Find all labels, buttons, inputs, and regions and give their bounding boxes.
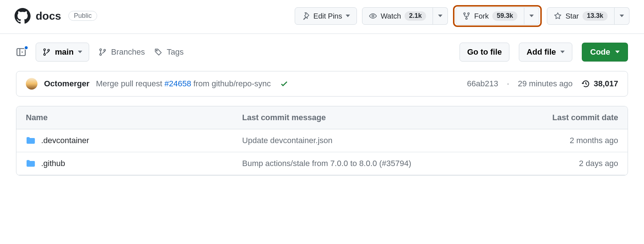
col-date: Last commit date <box>502 113 618 122</box>
history-icon <box>581 79 590 88</box>
svg-point-11 <box>156 50 158 51</box>
side-panel-toggle[interactable] <box>16 47 26 57</box>
edit-pins-group: Edit Pins <box>295 7 357 25</box>
code-toolbar: main Branches Tags Go to file Add file C… <box>16 43 628 62</box>
tags-link[interactable]: Tags <box>154 47 183 57</box>
chevron-down-icon <box>438 15 442 17</box>
fork-highlight: Fork 59.3k <box>453 5 542 27</box>
avatar[interactable] <box>26 78 37 90</box>
edit-pins-button[interactable]: Edit Pins <box>295 7 357 25</box>
chevron-down-icon <box>78 51 82 53</box>
separator: · <box>507 79 509 88</box>
file-date: 2 months ago <box>502 136 618 145</box>
branch-selector[interactable]: main <box>36 43 89 62</box>
file-name-link[interactable]: .devcontainer <box>41 136 89 145</box>
svg-point-5 <box>44 49 45 51</box>
eye-icon <box>369 12 377 20</box>
svg-point-2 <box>468 13 469 14</box>
svg-point-3 <box>466 17 467 19</box>
fork-dropdown-button[interactable] <box>524 7 539 25</box>
table-row[interactable]: .github Bump actions/stale from 7.0.0 to… <box>16 152 628 175</box>
star-group: Star 13.3k <box>547 7 629 25</box>
file-date: 2 days ago <box>502 159 618 168</box>
github-logo-icon <box>15 8 31 24</box>
svg-point-1 <box>464 13 465 14</box>
go-to-file-button[interactable]: Go to file <box>460 43 509 62</box>
branch-icon <box>99 48 107 56</box>
commit-history-link[interactable]: 38,017 <box>581 79 618 88</box>
chevron-down-icon <box>620 15 624 17</box>
svg-point-7 <box>48 49 49 51</box>
star-dropdown-button[interactable] <box>615 7 629 25</box>
col-name: Name <box>26 113 242 122</box>
commit-time: 29 minutes ago <box>518 79 572 88</box>
notification-dot-icon <box>24 46 28 50</box>
check-icon[interactable] <box>280 80 288 88</box>
visibility-badge: Public <box>68 11 97 21</box>
fork-icon <box>462 12 470 20</box>
chevron-down-icon <box>615 51 620 53</box>
repo-action-buttons: Edit Pins Watch 2.1k <box>295 7 629 25</box>
watch-dropdown-button[interactable] <box>433 7 448 25</box>
commit-count-value: 38,017 <box>594 79 618 88</box>
fork-count: 59.3k <box>492 11 517 21</box>
chevron-down-icon <box>560 51 565 53</box>
watch-group: Watch 2.1k <box>362 7 448 25</box>
watch-button[interactable]: Watch 2.1k <box>362 7 433 25</box>
pin-icon <box>302 12 310 20</box>
svg-rect-4 <box>17 48 25 55</box>
code-label: Code <box>590 47 610 57</box>
repo-name-link[interactable]: docs <box>36 10 61 22</box>
fork-group: Fork 59.3k <box>456 7 539 25</box>
edit-pins-label: Edit Pins <box>313 12 342 20</box>
svg-point-0 <box>372 15 374 17</box>
add-file-label: Add file <box>526 47 556 57</box>
repo-identity: docs Public <box>15 8 97 24</box>
fork-label: Fork <box>474 12 489 20</box>
file-table-header: Name Last commit message Last commit dat… <box>16 106 628 129</box>
svg-point-8 <box>100 49 102 51</box>
commit-message-link[interactable]: Update devcontainer.json <box>242 136 333 145</box>
fork-button[interactable]: Fork 59.3k <box>456 7 524 25</box>
branch-icon <box>43 48 51 56</box>
commit-message[interactable]: Merge pull request #24658 from github/re… <box>96 79 271 88</box>
svg-point-6 <box>44 54 45 55</box>
branch-name: main <box>55 47 73 57</box>
add-file-button[interactable]: Add file <box>519 43 572 62</box>
star-button[interactable]: Star 13.3k <box>547 7 615 25</box>
svg-point-10 <box>104 49 106 51</box>
table-row[interactable]: .devcontainer Update devcontainer.json 2… <box>16 129 628 152</box>
svg-point-9 <box>100 54 102 55</box>
file-name-link[interactable]: .github <box>41 159 65 168</box>
commit-author-link[interactable]: Octomerger <box>44 79 90 88</box>
folder-icon <box>26 137 35 145</box>
commit-message-link[interactable]: Bump actions/stale from 7.0.0 to 8.0.0 (… <box>242 159 412 168</box>
star-label: Star <box>565 12 579 20</box>
watch-count: 2.1k <box>405 11 426 21</box>
chevron-down-icon <box>346 15 350 17</box>
repo-header: docs Public Edit Pins Watch 2.1k <box>0 0 644 34</box>
tags-label: Tags <box>167 47 183 57</box>
pr-link[interactable]: #24658 <box>164 79 191 88</box>
watch-label: Watch <box>381 12 401 20</box>
col-message: Last commit message <box>242 113 502 122</box>
star-icon <box>554 12 562 20</box>
branches-label: Branches <box>111 47 145 57</box>
file-table: Name Last commit message Last commit dat… <box>16 106 628 176</box>
chevron-down-icon <box>529 15 534 17</box>
folder-icon <box>26 160 35 168</box>
code-button[interactable]: Code <box>582 43 628 62</box>
go-to-file-label: Go to file <box>467 47 502 57</box>
commit-meta: 66ab213 · 29 minutes ago 38,017 <box>467 79 618 88</box>
star-count: 13.3k <box>583 11 608 21</box>
latest-commit: Octomerger Merge pull request #24658 fro… <box>16 71 628 97</box>
commit-msg-suffix: from github/repo-sync <box>191 79 271 88</box>
commit-msg-prefix: Merge pull request <box>96 79 164 88</box>
commit-sha-link[interactable]: 66ab213 <box>467 79 498 88</box>
branches-link[interactable]: Branches <box>99 47 145 57</box>
code-section: main Branches Tags Go to file Add file C… <box>0 34 644 184</box>
tag-icon <box>154 48 162 56</box>
